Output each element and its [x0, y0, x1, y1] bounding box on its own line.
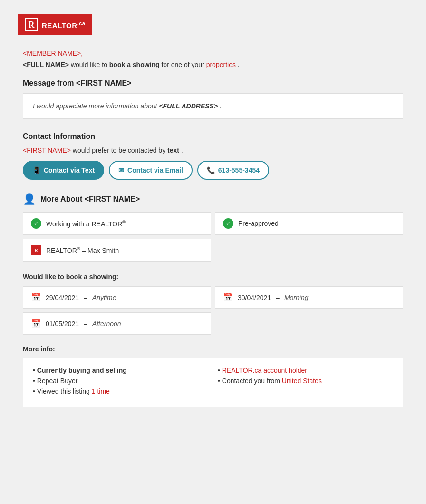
showing-dash-3: – [84, 320, 87, 328]
info-item-viewed: Viewed this listing 1 time [33, 388, 208, 395]
contact-buttons: 📱 Contact via Text ✉ Contact via Email 📞… [23, 161, 403, 180]
more-info-label: More info: [23, 345, 403, 353]
working-realtor-text: Working with a REALTOR® [46, 220, 126, 228]
realtor-agent-card: R REALTOR® – Max Smith [23, 239, 211, 262]
info-list-right: REALTOR.ca account holder Contacted you … [218, 367, 393, 398]
calendar-icon-3: 📅 [31, 319, 41, 329]
info-item-buying-selling: Currently buying and selling [33, 367, 208, 374]
realtor-agent-text: REALTOR® – Max Smith [46, 246, 119, 254]
pre-approved-text: Pre-approved [238, 220, 279, 227]
phone-icon: 📞 [207, 166, 215, 174]
more-about-section: 👤 More About <FIRST NAME> ✓ Working with… [23, 193, 403, 262]
showing-dash-2: – [276, 294, 280, 301]
showing-card-3: 📅 01/05/2021 – Afternoon [23, 312, 211, 335]
country-link: United States [282, 377, 322, 385]
contact-email-label: Contact via Email [127, 166, 183, 174]
full-name-placeholder: <FULL NAME> [23, 61, 69, 68]
more-about-header: 👤 More About <FIRST NAME> [23, 193, 403, 205]
info-list-left: Currently buying and selling Repeat Buye… [33, 367, 208, 398]
showing-date-3: 01/05/2021 [46, 320, 79, 328]
info-item-account: REALTOR.ca account holder [218, 367, 393, 374]
message-heading: Message from <FIRST NAME> [23, 79, 403, 87]
showing-card-1: 📅 29/04/2021 – Anytime [23, 286, 211, 309]
info-item-repeat-buyer: Repeat Buyer [33, 377, 208, 385]
calendar-icon-1: 📅 [31, 292, 41, 302]
showing-section: Would like to book a showing: 📅 29/04/20… [23, 273, 403, 335]
intro-line: <FULL NAME> would like to book a showing… [23, 61, 403, 68]
more-info-box: Currently buying and selling Repeat Buye… [23, 358, 403, 407]
person-icon: 👤 [23, 193, 36, 205]
contact-heading: Contact Information [23, 132, 403, 141]
showing-card-2: 📅 30/04/2021 – Morning [215, 286, 403, 309]
full-address-placeholder: <FULL ADDRESS> [159, 102, 218, 110]
realtor-logo-text: REALTOR.ca [42, 20, 85, 29]
realtor-small-logo: R [31, 245, 41, 255]
text-icon: 📱 [32, 166, 40, 174]
check-icon-working: ✓ [31, 218, 41, 229]
showing-cards-grid: 📅 29/04/2021 – Anytime 📅 30/04/2021 – Mo… [23, 286, 403, 335]
showing-date-2: 30/04/2021 [238, 294, 271, 301]
viewed-count-link: 1 time [92, 388, 110, 395]
pre-approved-card: ✓ Pre-approved [215, 212, 403, 235]
account-holder-link: REALTOR.ca account holder [222, 367, 307, 374]
calendar-icon-2: 📅 [223, 292, 233, 302]
pref-suffix: . [181, 146, 183, 154]
contact-via-text-button[interactable]: 📱 Contact via Text [23, 161, 104, 180]
message-box: I would appreciate more information abou… [23, 93, 403, 119]
info-item-contacted: Contacted you from United States [218, 377, 393, 385]
message-body-prefix: I would appreciate more information abou… [33, 102, 159, 110]
check-icon-preapproved: ✓ [223, 218, 233, 229]
email-container: R REALTOR.ca <MEMBER NAME>, <FULL NAME> … [18, 10, 408, 407]
realtor-logo-r: R [25, 18, 38, 31]
contact-info-section: Contact Information <FIRST NAME> would p… [23, 132, 403, 180]
working-realtor-card: ✓ Working with a REALTOR® [23, 212, 211, 235]
contact-pref-line: <FIRST NAME> would prefer to be contacte… [23, 146, 403, 154]
logo-area: R REALTOR.ca [18, 10, 408, 35]
message-body-suffix: . [220, 102, 222, 110]
showing-dash-1: – [84, 294, 87, 301]
properties-link: properties [206, 61, 236, 68]
contact-text-label: Contact via Text [44, 166, 95, 174]
logo-box: R REALTOR.ca [18, 14, 92, 35]
email-icon: ✉ [118, 166, 124, 174]
showing-date-1: 29/04/2021 [46, 294, 79, 301]
showing-time-2: Morning [284, 294, 309, 301]
intro-text3: . [238, 61, 240, 68]
intro-text1: would like to [71, 61, 109, 68]
content-section: <MEMBER NAME>, <FULL NAME> would like to… [18, 49, 408, 407]
showing-time-1: Anytime [92, 294, 116, 301]
logo-dot-ca: .ca [77, 20, 86, 26]
more-about-title: More About <FIRST NAME> [40, 195, 140, 204]
intro-text2: for one of your [161, 61, 206, 68]
greeting-text: <MEMBER NAME>, [23, 49, 403, 57]
contact-via-email-button[interactable]: ✉ Contact via Email [109, 161, 193, 180]
book-showing-text: book a showing [109, 61, 160, 68]
showing-time-3: Afternoon [92, 320, 121, 328]
contact-method: text [167, 146, 179, 154]
info-cards-grid: ✓ Working with a REALTOR® ✓ Pre-approved… [23, 212, 403, 262]
showing-label: Would like to book a showing: [23, 273, 403, 281]
contact-phone-button[interactable]: 📞 613-555-3454 [197, 161, 269, 180]
more-info-section: More info: Currently buying and selling … [23, 345, 403, 407]
contact-phone-label: 613-555-3454 [218, 166, 260, 174]
first-name-pref: <FIRST NAME> [23, 146, 71, 154]
pref-text: would prefer to be contacted by [73, 146, 167, 154]
